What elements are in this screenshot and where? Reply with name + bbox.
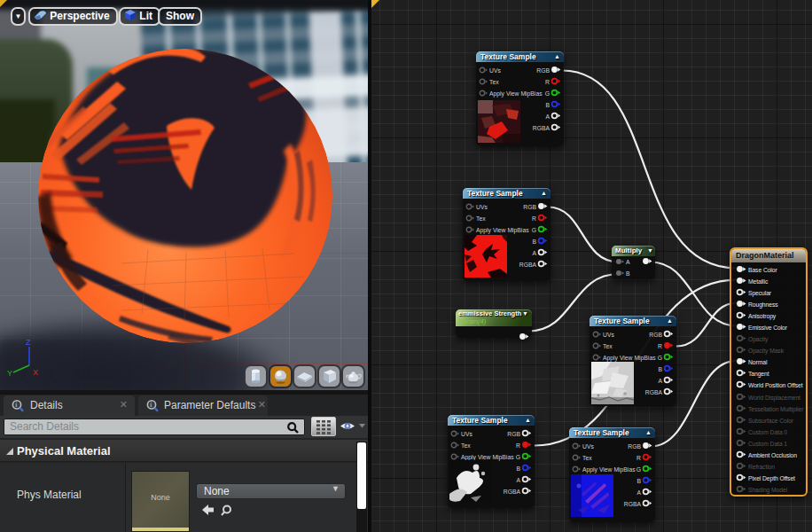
svg-text:X: X — [33, 368, 38, 377]
svg-text:Y: Y — [7, 369, 12, 378]
svg-text:Z: Z — [26, 338, 31, 347]
